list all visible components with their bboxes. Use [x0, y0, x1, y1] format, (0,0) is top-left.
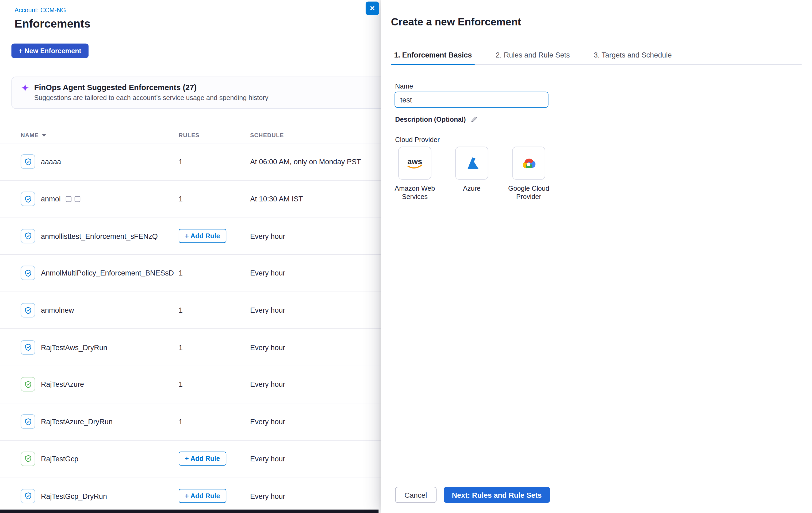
- tab-targets-and-schedule[interactable]: 3. Targets and Schedule: [590, 46, 675, 64]
- next-button[interactable]: Next: Rules and Rule Sets: [444, 487, 550, 503]
- close-button[interactable]: ×: [366, 2, 379, 15]
- shield-check-icon: [21, 266, 35, 280]
- row-name: RajTestAws_DryRun: [41, 343, 107, 351]
- row-name: AnmolMultiPolicy_Enforcement_BNESsD: [41, 269, 174, 277]
- provider-card-aws[interactable]: aws Amazon Web Services: [390, 147, 440, 201]
- column-header-name[interactable]: NAME: [21, 132, 179, 138]
- row-name-cell: RajTestGcp: [21, 452, 179, 466]
- add-rule-button[interactable]: + Add Rule: [179, 452, 226, 466]
- row-rules: + Add Rule: [179, 489, 250, 503]
- row-rules: 1: [179, 343, 250, 351]
- row-name: RajTestGcp: [41, 455, 78, 463]
- shield-check-icon: [21, 229, 35, 243]
- cancel-button[interactable]: Cancel: [395, 487, 436, 503]
- row-name-cell: RajTestAzure_DryRun: [21, 414, 179, 429]
- provider-card-azure[interactable]: Azure: [447, 147, 497, 201]
- row-name-cell: RajTestAws_DryRun: [21, 340, 179, 355]
- provider-label-aws: Amazon Web Services: [390, 184, 440, 201]
- description-label: Description (Optional): [395, 116, 466, 123]
- row-rules: 1: [179, 269, 250, 277]
- row-rules: 1: [179, 418, 250, 426]
- row-name: aaaaa: [41, 158, 61, 166]
- shield-check-icon: [21, 340, 35, 355]
- add-rule-button[interactable]: + Add Rule: [179, 489, 226, 503]
- create-enforcement-drawer: × Create a new Enforcement 1. Enforcemen…: [381, 0, 812, 513]
- azure-logo-icon: [455, 147, 488, 180]
- checkbox-icon[interactable]: [75, 196, 80, 202]
- cloud-provider-options: aws Amazon Web Services Azure: [390, 147, 554, 201]
- shield-check-icon: [21, 192, 35, 206]
- row-name-cell: anmollisttest_Enforcement_sFENzQ: [21, 229, 179, 243]
- shield-check-icon: [21, 154, 35, 169]
- column-header-name-label: NAME: [21, 132, 38, 138]
- svg-text:aws: aws: [407, 157, 422, 166]
- bottom-bar: [0, 510, 378, 513]
- banner-title: FinOps Agent Suggested Enforcements (27): [34, 83, 268, 92]
- banner-subtitle: Suggestions are tailored to each account…: [34, 94, 268, 102]
- row-name: RajTestAzure_DryRun: [41, 418, 113, 426]
- shield-check-icon: [21, 377, 35, 392]
- row-rules: + Add Rule: [179, 229, 250, 243]
- row-name-cell: RajTestGcp_DryRun: [21, 489, 179, 503]
- row-extra-icons: [66, 196, 80, 202]
- checkbox-icon[interactable]: [66, 196, 71, 202]
- column-header-rules: RULES: [179, 132, 250, 138]
- row-name-cell: anmol: [21, 192, 179, 206]
- shield-check-icon: [21, 414, 35, 429]
- row-rules: 1: [179, 195, 250, 203]
- drawer-footer: Cancel Next: Rules and Rule Sets: [395, 487, 550, 503]
- row-name: RajTestGcp_DryRun: [41, 492, 107, 500]
- row-rules: 1: [179, 306, 250, 314]
- banner-text: FinOps Agent Suggested Enforcements (27)…: [34, 83, 268, 102]
- row-rules: + Add Rule: [179, 452, 250, 466]
- row-name: anmolnew: [41, 306, 74, 314]
- shield-check-icon: [21, 452, 35, 466]
- row-name-cell: AnmolMultiPolicy_Enforcement_BNESsD: [21, 266, 179, 280]
- aws-logo-icon: aws: [398, 147, 431, 180]
- page-title: Enforcements: [14, 17, 90, 30]
- breadcrumb[interactable]: Account: CCM-NG: [14, 7, 66, 14]
- sparkle-icon: [21, 84, 29, 92]
- app: Account: CCM-NG Enforcements + New Enfor…: [0, 0, 812, 513]
- edit-description-icon[interactable]: [470, 116, 477, 123]
- description-row: Description (Optional): [395, 116, 477, 123]
- row-rules: 1: [179, 158, 250, 166]
- shield-check-icon: [21, 489, 35, 503]
- drawer-title: Create a new Enforcement: [391, 16, 521, 28]
- gcp-logo-icon: [512, 147, 545, 180]
- name-input[interactable]: [395, 92, 548, 108]
- row-rules: 1: [179, 380, 250, 389]
- row-name-cell: aaaaa: [21, 154, 179, 169]
- add-rule-button[interactable]: + Add Rule: [179, 229, 226, 243]
- row-name: RajTestAzure: [41, 380, 84, 389]
- wizard-tabs: 1. Enforcement Basics 2. Rules and Rule …: [391, 46, 802, 65]
- provider-label-gcp: Google Cloud Provider: [504, 184, 554, 201]
- cloud-provider-label: Cloud Provider: [395, 136, 440, 143]
- new-enforcement-button[interactable]: + New Enforcement: [11, 44, 89, 58]
- row-name-cell: anmolnew: [21, 303, 179, 317]
- provider-label-azure: Azure: [463, 184, 481, 193]
- row-name-cell: RajTestAzure: [21, 377, 179, 392]
- tab-rules-and-rule-sets[interactable]: 2. Rules and Rule Sets: [493, 46, 573, 64]
- provider-card-gcp[interactable]: Google Cloud Provider: [504, 147, 554, 201]
- row-name: anmol: [41, 195, 61, 203]
- tab-enforcement-basics[interactable]: 1. Enforcement Basics: [391, 46, 475, 64]
- name-label: Name: [395, 82, 413, 90]
- row-name: anmollisttest_Enforcement_sFENzQ: [41, 232, 158, 240]
- shield-check-icon: [21, 303, 35, 317]
- sort-desc-icon: [42, 134, 46, 137]
